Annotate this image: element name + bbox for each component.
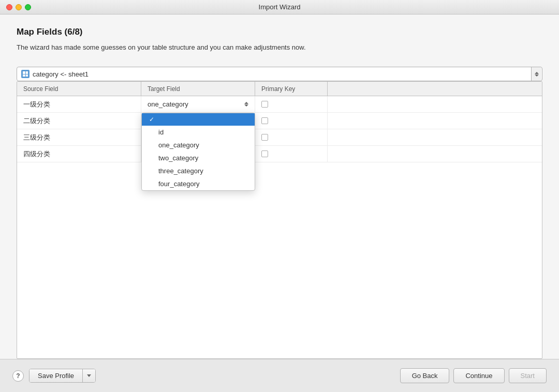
col-extra bbox=[328, 82, 542, 96]
extra-cell-2 bbox=[328, 113, 542, 129]
table-selector[interactable]: category <- sheet1 bbox=[17, 67, 542, 81]
table-row: 四级分类 bbox=[17, 146, 542, 162]
row1-up-icon bbox=[244, 102, 248, 104]
col-primary-key: Primary Key bbox=[255, 82, 328, 96]
col-source-field: Source Field bbox=[17, 82, 141, 96]
spinner-up-icon bbox=[535, 72, 539, 74]
dropdown-item-three-category[interactable]: three_category bbox=[142, 164, 255, 177]
dropdown-item-two-category[interactable]: two_category bbox=[142, 152, 255, 164]
extra-cell-1 bbox=[328, 96, 542, 112]
footer-left: ? Save Profile bbox=[12, 369, 96, 383]
maximize-button[interactable] bbox=[25, 4, 31, 10]
source-field-cell-2: 二级分类 bbox=[17, 113, 141, 129]
primary-key-cell-4[interactable] bbox=[255, 146, 328, 162]
table-header-row: Source Field Target Field Primary Key bbox=[17, 82, 542, 96]
page-description: The wizard has made some guesses on your… bbox=[17, 43, 542, 51]
spinner-down-icon bbox=[535, 74, 539, 77]
col-target-field: Target Field bbox=[141, 82, 255, 96]
save-profile-button[interactable]: Save Profile bbox=[30, 369, 83, 382]
continue-button[interactable]: Continue bbox=[453, 368, 504, 383]
minimize-button[interactable] bbox=[16, 4, 22, 10]
window-content: Map Fields (6/8) The wizard has made som… bbox=[0, 14, 559, 359]
close-button[interactable] bbox=[6, 4, 12, 10]
table-row: 一级分类 one_category bbox=[17, 96, 542, 113]
go-back-button[interactable]: Go Back bbox=[400, 368, 450, 383]
source-field-cell-3: 三级分类 bbox=[17, 129, 141, 145]
check-icon: ✓ bbox=[148, 116, 155, 123]
save-profile-dropdown-button[interactable] bbox=[83, 369, 95, 382]
dropdown-item-four-category[interactable]: four_category bbox=[142, 177, 255, 190]
main-table: Source Field Target Field Primary Key 一级… bbox=[17, 81, 542, 359]
window-title: Import Wizard bbox=[259, 3, 301, 11]
row1-down-icon bbox=[244, 104, 248, 107]
target-field-dropdown[interactable]: ✓ id one_category two_category th bbox=[141, 113, 255, 191]
extra-cell-3 bbox=[328, 129, 542, 145]
dropdown-item-blank[interactable]: ✓ bbox=[142, 113, 255, 126]
table-row: 三级分类 bbox=[17, 129, 542, 146]
table-selector-spinner[interactable] bbox=[531, 67, 541, 81]
primary-key-checkbox-4[interactable] bbox=[261, 150, 268, 157]
target-field-cell-1[interactable]: one_category bbox=[141, 96, 255, 112]
table-icon bbox=[21, 70, 30, 78]
primary-key-checkbox-3[interactable] bbox=[261, 134, 268, 141]
source-field-cell-4: 四级分类 bbox=[17, 146, 141, 162]
primary-key-cell-2[interactable] bbox=[255, 113, 328, 129]
traffic-lights bbox=[6, 4, 31, 10]
extra-cell-4 bbox=[328, 146, 542, 162]
primary-key-cell-1[interactable] bbox=[255, 96, 328, 112]
dropdown-item-one-category[interactable]: one_category bbox=[142, 139, 255, 152]
primary-key-checkbox-2[interactable] bbox=[261, 117, 268, 124]
table-selector-text: category <- sheet1 bbox=[33, 70, 531, 78]
dropdown-item-id[interactable]: id bbox=[142, 126, 255, 139]
primary-key-cell-3[interactable] bbox=[255, 129, 328, 145]
page-title: Map Fields (6/8) bbox=[17, 27, 542, 37]
table-body: 一级分类 one_category 二级分类 bbox=[17, 96, 542, 162]
table-row: 二级分类 bbox=[17, 113, 542, 129]
primary-key-checkbox-1[interactable] bbox=[261, 101, 268, 108]
dropdown-arrow-icon bbox=[87, 374, 91, 377]
footer: ? Save Profile Go Back Continue Start bbox=[0, 359, 559, 392]
row1-spinner[interactable] bbox=[244, 102, 248, 107]
title-bar: Import Wizard bbox=[0, 0, 559, 14]
help-button[interactable]: ? bbox=[12, 370, 24, 382]
source-field-cell-1: 一级分类 bbox=[17, 96, 141, 112]
page-header: Map Fields (6/8) The wizard has made som… bbox=[17, 27, 542, 58]
save-profile-group: Save Profile bbox=[29, 369, 96, 383]
start-button[interactable]: Start bbox=[509, 368, 547, 383]
footer-right: Go Back Continue Start bbox=[400, 368, 547, 383]
table-selector-row: category <- sheet1 bbox=[17, 67, 542, 81]
